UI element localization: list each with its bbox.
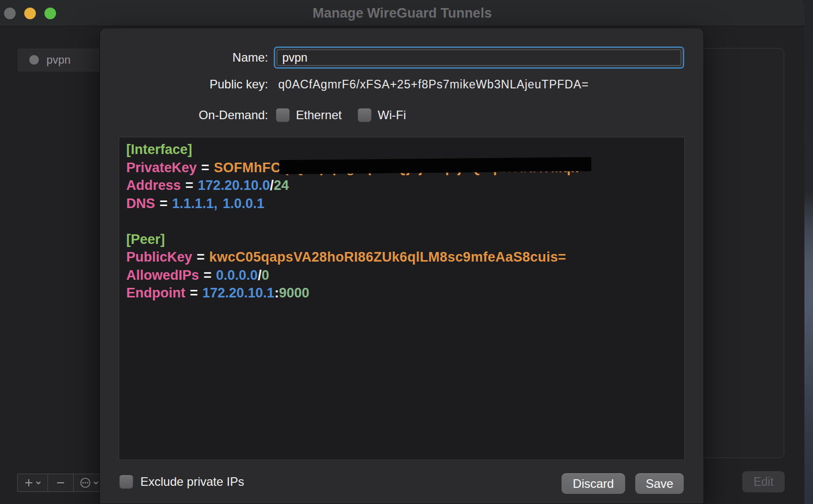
tunnel-status-dot <box>29 55 39 65</box>
config-line-dns: DNS=1.1.1.1,1.0.0.1 <box>126 195 677 213</box>
config-line-public-key: PublicKey=kwcC05qapsVA28hoRI86ZUk6qlLM8s… <box>126 248 677 267</box>
minus-icon <box>56 478 65 487</box>
exclude-private-ips-checkbox[interactable] <box>119 475 133 489</box>
name-label: Name: <box>140 46 268 69</box>
tunnel-edit-sheet: Name: Public key: q0ACfAgmrF6/xFSA+25+f8… <box>99 28 704 504</box>
peer-section-header: [Peer] <box>126 232 165 247</box>
name-field-focus-ring <box>274 46 684 69</box>
remove-tunnel-button[interactable] <box>48 474 73 491</box>
config-line-address: Address=172.20.10.0/24 <box>126 177 677 195</box>
config-editor[interactable]: [Interface] PrivateKey=SOFMhFCqlQkkpqRgT… <box>119 137 685 460</box>
config-blank-line <box>126 213 677 231</box>
wifi-checkbox[interactable] <box>358 108 372 122</box>
on-demand-label: On-Demand: <box>140 104 268 126</box>
edit-button[interactable]: Edit <box>742 471 785 492</box>
config-line-peer-header: [Peer] <box>126 231 677 249</box>
config-line-allowed-ips: AllowedIPs=0.0.0.0/0 <box>126 267 677 285</box>
discard-button[interactable]: Discard <box>562 473 625 494</box>
config-line-private-key: PrivateKey=SOFMhFCqlQkkpqRgTqFkJQjLjlEfq… <box>126 159 677 177</box>
ellipsis-circle-icon <box>80 477 91 488</box>
plus-icon <box>24 478 33 487</box>
name-input[interactable] <box>277 49 681 66</box>
save-button[interactable]: Save <box>635 473 684 494</box>
exclude-private-ips-label: Exclude private IPs <box>140 471 244 493</box>
interface-section-header: [Interface] <box>126 142 192 157</box>
config-line-interface-header: [Interface] <box>126 141 677 159</box>
wireguard-manage-window: Manage WireGuard Tunnels pvpn Edit Name: <box>0 0 804 504</box>
ethernet-checkbox-label: Ethernet <box>296 104 342 126</box>
config-line-endpoint: Endpoint=172.20.10.1:9000 <box>126 284 677 303</box>
ethernet-checkbox[interactable] <box>276 108 290 122</box>
chevron-down-icon <box>35 481 41 485</box>
wifi-checkbox-label: Wi-Fi <box>378 104 406 126</box>
window-title: Manage WireGuard Tunnels <box>0 0 804 26</box>
tunnel-name: pvpn <box>46 48 71 72</box>
sidebar-item-tunnel[interactable]: pvpn <box>18 48 99 72</box>
chevron-down-icon <box>93 481 99 485</box>
public-key-label: Public key: <box>140 73 268 95</box>
title-bar: Manage WireGuard Tunnels <box>0 0 804 26</box>
redaction-bar <box>279 157 591 174</box>
public-key-value: q0ACfAgmrF6/xFSA+25+f8Ps7mikeWb3NLAjeuTP… <box>278 73 589 95</box>
add-tunnel-button[interactable] <box>18 474 47 491</box>
tunnel-list-toolbar <box>17 474 106 492</box>
